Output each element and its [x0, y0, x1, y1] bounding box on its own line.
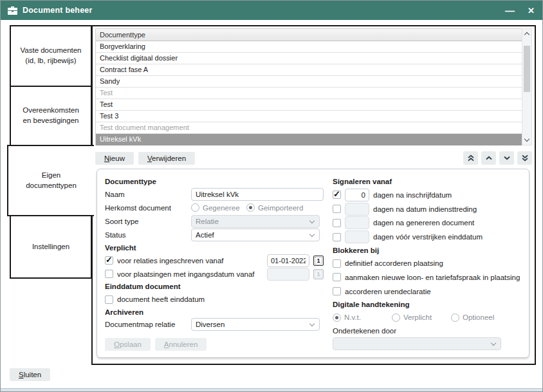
chevron-down-icon	[491, 341, 496, 346]
window-title: Document beheer	[23, 6, 93, 15]
scroll-up-icon[interactable]	[522, 29, 531, 39]
radio-selected-icon	[246, 203, 255, 212]
list-item[interactable]: Test document management	[96, 122, 522, 134]
opslaan-button[interactable]: Opslaan	[105, 338, 151, 351]
move-down-button[interactable]	[499, 151, 514, 165]
checkbox-document-einddatum[interactable]	[105, 295, 113, 304]
move-bottom-button[interactable]	[517, 151, 532, 165]
move-top-button[interactable]	[463, 151, 478, 165]
chevron-down-icon	[309, 218, 315, 223]
status-label: Status	[105, 231, 187, 239]
radio-icon	[451, 313, 459, 322]
chevron-down-icon	[309, 321, 315, 326]
soort-type-select[interactable]: Relatie	[191, 215, 320, 228]
calendar-icon-disabled: 1	[313, 269, 324, 279]
chevron-down-icon	[504, 156, 510, 160]
section-title-blokkeren: Blokkeren bij	[333, 244, 521, 256]
sluiten-button[interactable]: Sluiten	[10, 368, 50, 381]
relaties-vanaf-date-input[interactable]	[267, 254, 309, 267]
titlebar: Document beheer — ✕	[1, 1, 542, 20]
list-item[interactable]: Test 3	[96, 111, 522, 122]
herkomst-label: Herkomst document	[105, 204, 187, 212]
list-item[interactable]: Contract fase A	[96, 64, 522, 76]
list-item[interactable]: Test	[96, 99, 522, 111]
minimize-button[interactable]: —	[505, 6, 515, 15]
scroll-down-icon[interactable]	[522, 135, 531, 145]
checkbox-signaleren-inschrijfdatum[interactable]	[333, 191, 341, 199]
checkbox-plaatsingen-ingangsdatum[interactable]	[105, 270, 113, 278]
dagen-indiensttreding-input	[345, 203, 369, 216]
list-actions: Nieuw Verwijderen	[95, 151, 532, 165]
documenttype-list: Documenttype Borgverklaring Checklist di…	[95, 28, 532, 145]
plaatsingen-vanaf-date-input	[267, 268, 309, 281]
window-bottom-edge	[1, 388, 542, 391]
checkbox-signaleren-einddatum[interactable]	[333, 233, 341, 241]
list-item[interactable]: Test	[96, 88, 522, 99]
documenttype-detail-panel: Documenttype Naam Herkomst document Gege…	[97, 169, 529, 358]
scrollbar-thumb[interactable]	[524, 46, 530, 92]
checkbox-blokkeren-plaatsing[interactable]	[333, 259, 341, 268]
section-title-archiveren: Archiveren	[105, 306, 324, 318]
radio-selected-icon	[333, 313, 341, 322]
list-item[interactable]: Borgverklaring	[96, 41, 522, 53]
checkbox-blokkeren-tariefafspraak[interactable]	[333, 273, 341, 281]
list-item[interactable]: Sandy	[96, 76, 522, 88]
annuleren-button[interactable]: Annuleren	[155, 338, 207, 351]
document-beheer-window: Document beheer — ✕ Vaste documenten (id…	[0, 0, 543, 392]
list-header-documenttype[interactable]: Documenttype	[96, 29, 522, 41]
radio-icon	[392, 313, 400, 322]
chevron-double-down-icon	[522, 154, 528, 162]
section-title-signaleren: Signaleren vanaf	[333, 176, 521, 188]
status-select[interactable]: Actief	[191, 229, 320, 241]
documentmap-label: Documentmap relatie	[105, 321, 187, 328]
checkbox-signaleren-genereren[interactable]	[333, 219, 341, 227]
radio-icon	[191, 203, 199, 212]
content-box: Documenttype Borgverklaring Checklist di…	[91, 25, 536, 365]
checkbox-blokkeren-urendeclaratie[interactable]	[333, 287, 341, 295]
naam-input[interactable]	[191, 188, 324, 201]
window-body: Vaste documenten (id, lb, rijbewijs) Ove…	[1, 20, 542, 391]
section-title-handtekening: Digitale handtekening	[333, 299, 521, 311]
briefcase-icon	[7, 5, 17, 15]
radio-nvt[interactable]: N.v.t.	[333, 313, 388, 322]
chevron-up-icon	[486, 156, 492, 160]
radio-optioneel[interactable]: Optioneel	[451, 313, 494, 322]
tab-vaste-documenten[interactable]: Vaste documenten (id, lb, rijbewijs)	[10, 25, 92, 87]
list-scrollbar[interactable]	[522, 28, 532, 145]
checkbox-signaleren-indiensttreding[interactable]	[333, 205, 341, 213]
section-title-einddatum: Einddatum document	[105, 281, 324, 292]
close-icon[interactable]: ✕	[528, 6, 535, 15]
dagen-inschrijfdatum-input[interactable]	[345, 189, 369, 201]
ondertekenen-door-select[interactable]	[333, 337, 501, 350]
nieuw-button[interactable]: Nieuw	[95, 152, 134, 165]
checkbox-relaties-ingeschreven[interactable]	[105, 256, 113, 265]
chevron-double-up-icon	[468, 154, 474, 162]
section-title-verplicht: Verplicht	[105, 242, 324, 254]
list-item[interactable]: Checklist digitaal dossier	[96, 53, 522, 64]
tab-overeenkomsten[interactable]: Overeenkomsten en bevestigingen	[10, 86, 92, 146]
tab-instellingen[interactable]: Instellingen	[10, 215, 92, 279]
chevron-down-icon	[309, 232, 315, 237]
list-item-selected[interactable]: Uitreksel kVk	[96, 134, 522, 145]
tab-eigen-documenttypen[interactable]: Eigen documenttypen	[7, 145, 94, 216]
dagen-verstrijken-input	[345, 230, 369, 243]
verwijderen-button[interactable]: Verwijderen	[138, 152, 195, 165]
ondertekenen-door-label: Ondertekenen door	[333, 324, 521, 337]
radio-gegenereerd[interactable]: Gegenereerd	[191, 203, 243, 212]
radio-verplicht[interactable]: Verplicht	[392, 313, 447, 322]
calendar-icon[interactable]: 1	[313, 256, 324, 266]
radio-geimporteerd[interactable]: Geimporteerd	[246, 203, 303, 212]
naam-label: Naam	[105, 191, 187, 198]
move-up-button[interactable]	[481, 151, 496, 165]
soort-type-label: Soort type	[105, 218, 187, 225]
section-title-documenttype: Documenttype	[105, 176, 324, 187]
documentmap-select[interactable]: Diversen	[191, 318, 320, 331]
dagen-genereren-input	[345, 216, 369, 229]
